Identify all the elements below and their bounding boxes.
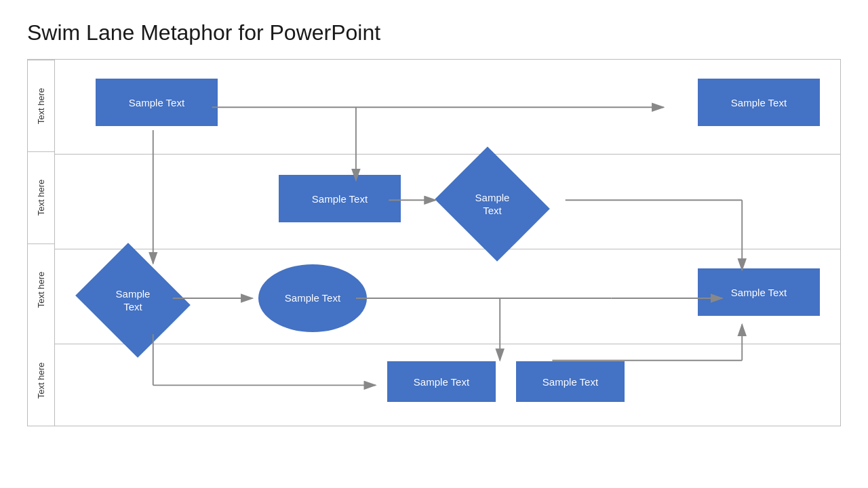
lane4-rect2: Sample Text (516, 361, 625, 402)
lane-label-1: Text here (28, 60, 54, 151)
lane3-diamond: SampleText (89, 263, 177, 338)
swim-lane-diagram: Text here Text here Text here Text here … (27, 59, 841, 426)
lane-row-4: Sample Text Sample Text (55, 344, 840, 439)
lane-row-2: Sample Text SampleText (55, 155, 840, 249)
lane2-diamond: SampleText (448, 167, 536, 241)
lane3-rect: Sample Text (698, 268, 820, 316)
lane2-diamond-text: SampleText (475, 191, 510, 218)
lane1-rect1: Sample Text (96, 79, 218, 126)
lane-label-3: Text here (28, 243, 54, 335)
diagram-content: Sample Text Sample Text Sample Text Samp… (55, 60, 840, 426)
lane-row-3: SampleText Sample Text Sample Text (55, 249, 840, 344)
page-title: Swim Lane Metaphor for PowerPoint (27, 20, 841, 45)
lane3-ellipse: Sample Text (258, 264, 367, 332)
page: Swim Lane Metaphor for PowerPoint Text h… (0, 0, 868, 440)
lane3-diamond-text: SampleText (116, 287, 151, 314)
lane1-rect2: Sample Text (698, 79, 820, 126)
lane4-rect1: Sample Text (387, 361, 496, 402)
lane-labels: Text here Text here Text here Text here (28, 60, 55, 426)
lane2-rect1: Sample Text (279, 175, 401, 222)
lane-label-4: Text here (28, 335, 54, 426)
lane-label-2: Text here (28, 151, 54, 243)
lane-row-1: Sample Text Sample Text (55, 60, 840, 155)
